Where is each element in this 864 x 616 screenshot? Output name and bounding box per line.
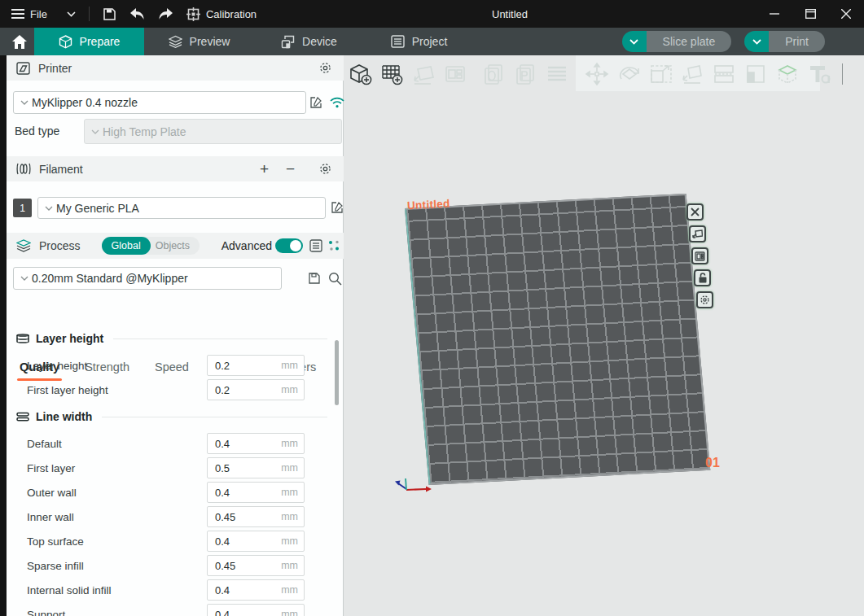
save-preset-button[interactable] [308,272,321,285]
assembly-cube-icon [775,63,800,85]
home-button[interactable] [5,28,34,55]
auto-orient-button[interactable] [410,60,437,88]
param-label: Layer height [27,360,87,372]
arrange-button[interactable] [441,60,469,88]
edit-filament-button[interactable] [331,201,344,214]
minimize-icon [770,13,779,15]
calibration-icon [186,7,200,21]
import-plate-button[interactable] [511,60,539,88]
maximize-button[interactable] [792,0,828,28]
build-plate[interactable] [405,194,710,485]
viewport-3d[interactable]: Untitled 01 [344,55,864,616]
param-label: Outer wall [27,487,77,499]
scale-icon [648,63,673,85]
bed-type-select[interactable]: High Temp Plate [84,119,342,144]
filament-settings-button[interactable] [318,162,332,176]
close-button[interactable] [828,0,864,28]
toolbar-divider [842,63,843,85]
plate-gear-button[interactable] [696,291,713,308]
plate-settings-button[interactable] [691,247,708,264]
scope-global[interactable]: Global [102,237,151,255]
edit-printer-button[interactable] [309,96,322,109]
rotate-tool-button[interactable] [615,60,643,88]
cut-tool-button[interactable] [710,60,738,88]
param-label: Internal solid infill [27,584,112,596]
print-dropdown[interactable] [744,31,769,52]
move-icon [585,62,609,86]
inner-wall-line-width-input[interactable]: 0.45 mm [207,506,305,527]
sparse-infill-line-width-input[interactable]: 0.45 mm [207,555,305,576]
rotate-icon [616,63,641,85]
default-line-width-input[interactable]: 0.4 mm [207,433,305,454]
chevron-down-icon [45,206,53,211]
search-preset-button[interactable] [328,272,342,286]
add-plate-button[interactable] [378,60,406,88]
fill-tool-button[interactable] [742,60,770,88]
advanced-toggle[interactable] [275,238,303,253]
redo-button[interactable] [151,3,180,24]
process-preset-select[interactable]: 0.20mm Standard @MyKlipper [13,267,282,290]
param-value: 0.2 [215,360,230,372]
arrange-plate-button[interactable] [689,225,706,242]
printer-settings-button[interactable] [318,61,332,75]
filament-section-header: Filament + − [7,156,344,181]
scope-objects[interactable]: Objects [151,240,200,251]
calibration-button[interactable]: Calibration [180,3,263,24]
assembly-view-button[interactable] [774,60,801,88]
support-line-width-input[interactable]: 0.4 mm [207,604,305,616]
layer-height-input[interactable]: 0.2 mm [207,355,305,376]
param-value: 0.4 [215,438,230,450]
filament-preset-select[interactable]: My Generic PLA [37,197,326,219]
tab-prepare[interactable]: Prepare [34,28,144,55]
expert-list-button[interactable] [309,239,322,252]
param-unit: mm [281,584,298,596]
move-tool-button[interactable] [583,60,611,88]
tab-prepare-label: Prepare [80,35,121,48]
tab-device[interactable]: Device [254,28,364,55]
printer-preset-value: MyKlipper 0.4 nozzle [32,96,138,109]
search-params-button[interactable] [327,239,340,252]
param-unit: mm [281,462,298,474]
chevron-down-icon [20,276,29,281]
layers-list-button[interactable] [543,60,571,88]
add-filament-button[interactable]: + [260,160,269,178]
save-button[interactable] [96,3,123,24]
printer-connection-button[interactable] [330,97,344,108]
minimize-button[interactable] [757,0,792,28]
remove-filament-button[interactable]: − [286,160,295,178]
delete-plate-button[interactable] [686,203,704,221]
file-menu-dropdown[interactable] [54,3,82,24]
first-layer-line-width-input[interactable]: 0.5 mm [207,457,305,478]
title-bar: File Calibration Untitled [0,0,864,28]
place-on-face-button[interactable] [678,60,706,88]
printer-preset-select[interactable]: MyKlipper 0.4 nozzle [13,91,306,114]
first-layer-height-input[interactable]: 0.2 mm [207,379,305,400]
add-object-button[interactable] [346,60,374,88]
search-icon [328,272,342,286]
internal-solid-infill-line-width-input[interactable]: 0.4 mm [207,579,305,601]
print-button[interactable]: Print [769,31,825,52]
chevron-down-icon [20,100,29,105]
param-label: Top surface [27,535,84,548]
param-row: Default 0.4 mm [27,433,305,454]
process-scope-toggle[interactable]: Global Objects [102,237,200,255]
outer-wall-line-width-input[interactable]: 0.4 mm [207,482,305,503]
lock-plate-button[interactable] [694,269,711,286]
layer-height-section: Layer height [16,332,327,345]
tab-project[interactable]: Project [364,28,474,55]
import-objects-button[interactable] [480,60,507,88]
scale-tool-button[interactable] [647,60,674,88]
param-label: First layer height [27,384,108,396]
slice-plate-dropdown[interactable] [622,31,647,52]
text-tool-button[interactable] [805,60,833,88]
file-menu[interactable]: File [5,3,54,24]
advanced-label: Advanced [221,239,272,252]
gear-icon [318,61,332,75]
undo-button[interactable] [123,3,151,24]
top-surface-line-width-input[interactable]: 0.4 mm [207,531,305,552]
param-unit: mm [281,535,298,547]
tab-preview[interactable]: Preview [144,28,254,55]
slice-plate-button[interactable]: Slice plate [647,31,732,52]
param-scrollbar[interactable] [335,340,339,405]
bed-type-value: High Temp Plate [103,125,186,138]
